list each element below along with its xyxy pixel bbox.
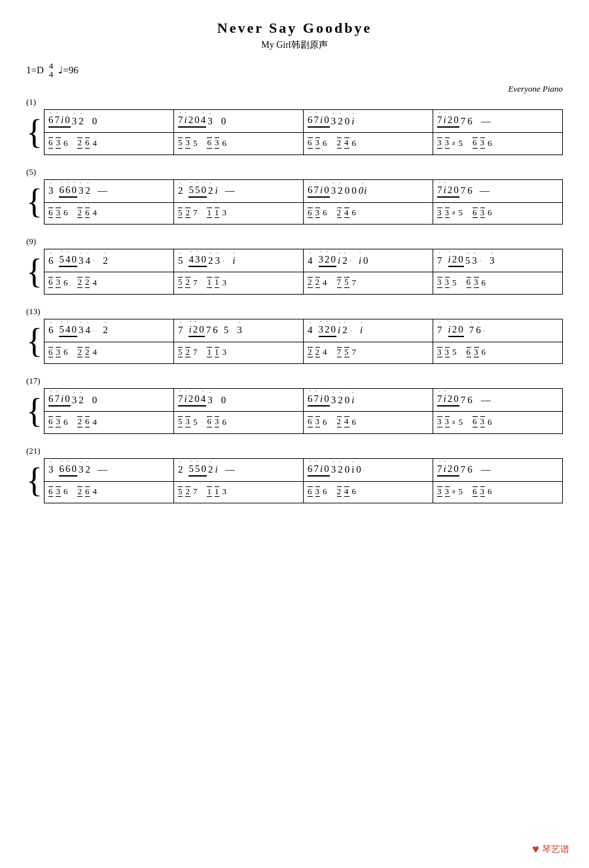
measure-1-4: · 7 · i 2 0 — [433, 110, 563, 132]
bottom-row-1: 6 3 6 2 6 4 5 3 5 6 3 — [44, 132, 563, 155]
staff-4: { · 6 · 5 — [26, 319, 563, 365]
b-measure-1-3: 6 3 6 2 4 6 — [304, 132, 433, 154]
staff-lines-1: · 6 · 7 i 0 — [44, 109, 563, 155]
bottom-row-2: 6 3 6 2 6 4 5 2 7 1 1 — [44, 202, 563, 225]
section-label-5: (17) — [26, 376, 563, 386]
top-row-3: · 6 · 5 · — [44, 249, 563, 272]
note-group: · 6 · 7 i 0 — [48, 115, 71, 128]
section-label-3: (9) — [26, 236, 563, 247]
staff-3: { · 6 · 5 — [26, 249, 563, 295]
section-4: (13) { · 6 · 5 — [26, 306, 563, 365]
top-row-1: · 6 · 7 i 0 — [44, 109, 563, 133]
b-measure-1-1: 6 3 6 2 6 4 — [44, 132, 174, 154]
section-3: (9) { · 6 · — [26, 236, 563, 295]
key-label: 1=D — [26, 65, 44, 76]
top-row-5: · 6 · 7 i 0 — [44, 388, 563, 412]
attribution: Everyone Piano — [26, 84, 563, 94]
page: Never Say Goodbye My Girl韩剧原声 1=D 4 4 ♩=… — [0, 0, 589, 868]
section-6: (21) { · 3 · 6 — [26, 446, 563, 504]
logo-heart-icon: ♥ — [532, 842, 539, 856]
time-signature: 4 4 — [49, 62, 54, 79]
section-label-6: (21) — [26, 446, 563, 456]
staff-1: { · 6 · — [26, 109, 563, 155]
brace-5: { — [26, 388, 43, 434]
staff-6: { · 3 · 6 — [26, 458, 563, 504]
section-2: (5) { · 3 · — [26, 167, 563, 225]
bottom-row-5: 6 3 6 2 6 4 5 3 5 6 3 — [44, 411, 563, 434]
b-measure-1-4: 3 3 # 5 6 3 6 — [433, 132, 563, 154]
measure-1-1: · 6 · 7 i 0 — [44, 110, 174, 132]
brace-4: { — [26, 319, 43, 365]
bottom-row-4: 6 3 6 2 2 4 5 2 7 1 1 — [44, 341, 563, 364]
brace-1: { — [26, 109, 43, 155]
bottom-row-3: 6 3 6 2 2 4 5 2 7 1 1 — [44, 272, 563, 295]
top-row-2: · 3 · 6 · — [44, 179, 563, 203]
section-label-4: (13) — [26, 306, 563, 317]
measure-1-3: · 6 · 7 i 0 — [304, 110, 433, 132]
b-measure-1-2: 5 3 5 6 3 6 — [174, 132, 304, 154]
brace-3: { — [26, 249, 43, 295]
page-subtitle: My Girl韩剧原声 — [26, 39, 563, 51]
bottom-row-6: 6 3 6 2 6 4 5 2 7 1 1 — [44, 480, 563, 503]
staff-2: { · 3 · 6 — [26, 179, 563, 225]
logo-text: 琴艺谱 — [542, 844, 569, 856]
tempo-label: ♩=96 — [58, 64, 78, 76]
section-5: (17) { · 6 · — [26, 376, 563, 434]
logo: ♥ 琴艺谱 — [532, 842, 569, 856]
section-label-2: (5) — [26, 167, 563, 177]
staff-5: { · 6 · 7 — [26, 388, 563, 434]
section-label-1: (1) — [26, 97, 563, 107]
measure-1-2: · 7 · i 2 0 · — [174, 110, 304, 132]
brace-2: { — [26, 179, 43, 225]
brace-6: { — [26, 458, 43, 504]
page-title: Never Say Goodbye — [26, 20, 563, 37]
section-1: (1) { · 6 — [26, 97, 563, 155]
top-row-6: · 3 · 6 · — [44, 458, 563, 482]
meta-line: 1=D 4 4 ♩=96 — [26, 62, 563, 79]
top-row-4: · 6 · 5 · — [44, 319, 563, 342]
